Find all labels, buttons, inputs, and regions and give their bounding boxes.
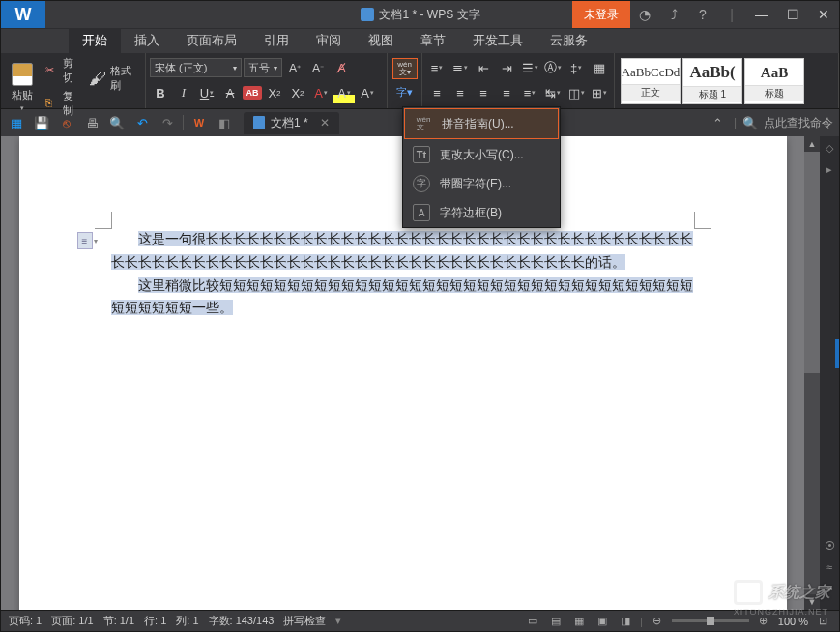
sidebar-prev-icon[interactable]: ⦿: [823, 540, 836, 554]
dropdown-item-change-case[interactable]: Tt 更改大小写(C)...: [403, 140, 560, 169]
decrease-indent-button[interactable]: ⇤: [473, 57, 494, 78]
qat-cloud-icon[interactable]: ◧: [215, 113, 234, 132]
search-icon: 🔍: [742, 116, 758, 130]
help-icon[interactable]: ?: [688, 1, 717, 28]
distribute-button[interactable]: ≡: [519, 82, 540, 103]
sidebar-accent[interactable]: [835, 339, 839, 368]
dropdown-item-phonetic-guide[interactable]: wén文 拼音指南(U)...: [404, 108, 559, 139]
cut-button[interactable]: ✂剪切: [43, 55, 84, 86]
view-web-icon[interactable]: ▦: [570, 614, 588, 629]
phonetic-guide-button[interactable]: wén文▾: [392, 58, 418, 79]
close-button[interactable]: ✕: [808, 1, 839, 28]
sidebar-nav-icon[interactable]: ▸: [823, 163, 836, 177]
dropdown-item-enclosed-char[interactable]: 字 带圈字符(E)...: [403, 169, 560, 198]
login-button[interactable]: 未登录: [572, 1, 630, 28]
text-direction-button[interactable]: ☰: [519, 57, 540, 78]
scroll-thumb[interactable]: [804, 152, 820, 373]
para-border-button[interactable]: ⊞: [589, 82, 610, 103]
search-hint[interactable]: 点此查找命令: [764, 115, 833, 131]
underline-button[interactable]: U: [196, 82, 217, 103]
bullets-button[interactable]: ≡: [426, 57, 448, 78]
align-center-button[interactable]: ≡: [449, 82, 471, 103]
status-page-code[interactable]: 页码: 1: [9, 614, 42, 628]
ribbon-toggle-icon[interactable]: ⌃: [709, 113, 728, 132]
style-normal[interactable]: AaBbCcDd 正文: [621, 58, 681, 104]
maximize-button[interactable]: ☐: [777, 1, 808, 28]
grow-font-button[interactable]: A⁺: [284, 57, 305, 78]
char-shading-button[interactable]: AB: [243, 86, 262, 100]
highlight-button[interactable]: A: [333, 82, 355, 103]
share-icon[interactable]: ⤴: [659, 1, 688, 28]
status-page[interactable]: 页面: 1/1: [51, 614, 93, 628]
sidebar-up-icon[interactable]: ≈: [823, 561, 836, 575]
font-color-button[interactable]: A: [310, 82, 332, 103]
doc-tab-icon: [253, 116, 265, 129]
para-options-dropdown-icon[interactable]: ▾: [94, 237, 98, 245]
watermark-logo-icon: [734, 580, 763, 605]
line-spacing-button[interactable]: ‡: [565, 57, 587, 78]
font-name-select[interactable]: 宋体 (正文)▾: [150, 58, 242, 77]
superscript-button[interactable]: X2: [264, 82, 285, 103]
clear-format-button[interactable]: A̸: [331, 57, 352, 78]
group-phonetic: wén文▾ 字▾: [388, 53, 422, 108]
borders-button[interactable]: ▦: [589, 57, 610, 78]
numbering-button[interactable]: ≣: [449, 57, 471, 78]
tab-review[interactable]: 审阅: [303, 28, 355, 53]
close-tab-icon[interactable]: ✕: [320, 116, 330, 129]
style-heading1[interactable]: AaBb( 标题 1: [682, 58, 742, 104]
tab-insert[interactable]: 插入: [121, 28, 173, 53]
tab-chapter[interactable]: 章节: [407, 28, 459, 53]
qat-redo-icon[interactable]: ↷: [158, 113, 177, 132]
view-fullwidth-icon[interactable]: ◨: [617, 614, 634, 629]
align-left-button[interactable]: ≡: [426, 82, 448, 103]
scissors-icon: ✂: [45, 64, 58, 77]
shading-button[interactable]: ◫: [565, 82, 587, 103]
menu-tabs: 开始 插入 页面布局 引用 审阅 视图 章节 开发工具 云服务: [1, 28, 839, 53]
strike-button[interactable]: A: [219, 82, 241, 103]
style-heading2[interactable]: AaB 标题: [744, 58, 804, 104]
tab-cloud[interactable]: 云服务: [536, 28, 601, 53]
qat-wps-icon[interactable]: W: [189, 113, 209, 132]
justify-button[interactable]: ≡: [496, 82, 517, 103]
tab-references[interactable]: 引用: [250, 28, 303, 53]
minimize-button[interactable]: —: [746, 1, 777, 28]
status-chars[interactable]: 字数: 143/143: [209, 614, 275, 628]
subscript-button[interactable]: X2: [287, 82, 308, 103]
font-size-select[interactable]: 五号▾: [244, 58, 282, 77]
view-outline-icon[interactable]: ▤: [547, 614, 565, 629]
zoom-value[interactable]: 100 %: [778, 616, 808, 627]
tab-view[interactable]: 视图: [355, 28, 407, 53]
zoom-out-button[interactable]: ⊖: [649, 614, 666, 629]
asian-layout-button[interactable]: Ⓐ: [542, 57, 564, 78]
italic-button[interactable]: I: [173, 82, 194, 103]
document-tab[interactable]: 文档1 * ✕: [244, 112, 339, 134]
align-right-button[interactable]: ≡: [473, 82, 494, 103]
tab-home[interactable]: 开始: [69, 28, 121, 53]
view-print-layout-icon[interactable]: ▭: [524, 614, 541, 629]
scroll-up-icon[interactable]: ▲: [804, 136, 820, 152]
status-section[interactable]: 节: 1/1: [103, 614, 134, 628]
status-line[interactable]: 行: 1: [144, 614, 166, 628]
view-read-icon[interactable]: ▣: [594, 614, 611, 629]
paste-button[interactable]: 粘贴▾: [5, 55, 40, 119]
vertical-scrollbar[interactable]: ▲ ▼: [804, 136, 820, 610]
shrink-font-button[interactable]: A⁻: [307, 57, 329, 78]
increase-indent-button[interactable]: ⇥: [496, 57, 517, 78]
sidebar-close-icon[interactable]: ◇: [823, 142, 836, 156]
skin-icon[interactable]: ◔: [630, 1, 659, 28]
document-text[interactable]: 这是一句很长长长长长长长长长长长长长长长长长长长长长长长长长长长长长长长长长长长…: [111, 228, 695, 320]
format-painter-button[interactable]: 🖌格式刷: [87, 63, 141, 94]
text-effects-button[interactable]: 字▾: [392, 82, 418, 103]
status-col[interactable]: 列: 1: [176, 614, 198, 628]
tab-layout[interactable]: 页面布局: [173, 28, 250, 53]
para-options-button[interactable]: ≡: [77, 232, 93, 249]
dropdown-item-char-border[interactable]: A 字符边框(B): [403, 198, 560, 227]
status-spellcheck[interactable]: 拼写检查: [283, 614, 326, 628]
zoom-slider[interactable]: [672, 619, 749, 622]
tabs-button[interactable]: ↹: [542, 82, 564, 103]
copy-button[interactable]: ⎘复制: [43, 88, 84, 119]
bold-button[interactable]: B: [150, 82, 171, 103]
tab-devtools[interactable]: 开发工具: [459, 28, 536, 53]
char-scale-button[interactable]: A: [357, 82, 378, 103]
app-logo-icon[interactable]: W: [1, 1, 45, 28]
